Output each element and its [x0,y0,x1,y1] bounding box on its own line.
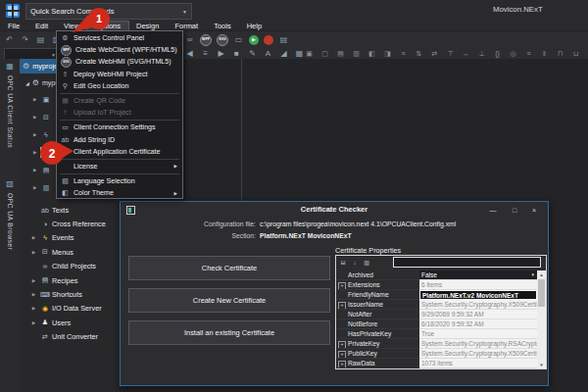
collapsed-arrow-icon[interactable]: ▶ [33,132,36,137]
expand-plus-icon[interactable]: + [338,361,346,368]
tree-item-shortcuts[interactable]: ▶⌨Shortcuts [20,287,120,301]
property-value[interactable]: 6/18/2020 9:59:32 AM [419,319,537,329]
property-value[interactable]: Platform.NExT.v2 MoviconNExT [419,290,537,300]
property-value[interactable]: System.Security.Cryptography.RSACryptoSe… [419,339,537,349]
undo-icon[interactable]: ↶ [4,34,15,45]
menu-item-edit-geo-location[interactable]: ⚲Edit Geo Location [57,80,182,92]
menubar-item-edit[interactable]: Edit [27,22,56,30]
shape-icon[interactable]: ◢ [278,48,289,59]
collapsed-arrow-icon[interactable]: ▶ [20,320,38,325]
table-icon[interactable]: ⊓ [555,48,565,59]
redo-icon[interactable]: ↷ [20,34,30,45]
menu-item-deploy-webhmi-project[interactable]: ⇧Deploy WebHMI Project [57,69,182,80]
collapsed-arrow-icon[interactable]: ▶ [20,250,38,255]
property-row-archived[interactable]: ArchivedFalse▼ [336,270,537,280]
property-row-hasprivatekey[interactable]: HasPrivateKeyTrue [336,329,537,339]
group-icon[interactable]: ▣ [304,48,315,59]
expanded-arrow-icon[interactable]: ◢ [25,80,29,86]
property-value[interactable]: 9/29/2069 9:59:32 AM [419,310,537,319]
columns-icon[interactable]: ‖ [539,48,550,59]
property-row-notafter[interactable]: NotAfter9/29/2069 9:59:32 AM [336,310,537,319]
collapsed-arrow-icon[interactable]: ▶ [20,306,38,311]
scrollbar[interactable]: ▲ ▼ [537,270,546,368]
tree-item-events[interactable]: ▶ϟEvents [20,231,120,245]
flip-vertical-icon[interactable]: ◨ [382,48,393,59]
client-window-icon[interactable]: ▭ [233,34,244,45]
link-icon[interactable]: ∞ [184,34,195,45]
align-left-icon[interactable]: ◀ [184,48,195,59]
maximize-button[interactable]: □ [507,204,522,216]
align-top-icon[interactable]: ⊤ [445,48,456,59]
target-icon[interactable]: ◎ [508,48,518,59]
align-center-icon[interactable]: ≡ [200,48,211,59]
expand-plus-icon[interactable]: + [338,282,346,290]
menubar-item-design[interactable]: Design [128,22,167,30]
collapsed-arrow-icon[interactable]: ▶ [33,115,36,120]
align-lefts-icon[interactable]: ≡ [398,48,409,59]
fill-icon[interactable]: ■ [231,48,242,59]
property-row-privatekey[interactable]: +PrivateKeySystem.Security.Cryptography.… [336,339,537,349]
collapsed-arrow-icon[interactable]: ▶ [20,292,38,297]
expand-plus-icon[interactable]: + [338,351,346,359]
collapsed-arrow-icon[interactable]: ▶ [33,168,36,172]
property-value[interactable]: 1073 items [419,359,537,368]
rows-icon[interactable]: ≡ [523,48,534,59]
collapsed-arrow-icon[interactable]: ▶ [20,278,38,283]
scroll-up-icon[interactable]: ▲ [539,270,543,278]
scrollbar-thumb[interactable] [538,279,545,307]
collapsed-arrow-icon[interactable]: ▶ [33,150,36,155]
menubar-item-tools[interactable]: Tools [206,22,239,30]
menubar-item-help[interactable]: Help [239,22,270,30]
flip-horizontal-icon[interactable]: ◧ [367,48,377,59]
side-tab-opc-ua-browser[interactable]: ▧OPC UA Browser [0,178,20,250]
property-value[interactable]: System.Security.Cryptography.X509Certifi… [419,349,537,359]
space-horizontal-icon[interactable]: ↔ [461,48,471,59]
install-existing-certificate-button[interactable]: Install an existing Certificate [128,320,330,345]
tree-item-menus[interactable]: ▶⊟Menus [20,245,120,259]
svg-badge-icon[interactable]: SVG [217,34,228,46]
distribute-vertical-icon[interactable]: ⇅ [414,48,424,59]
property-row-rawdata[interactable]: +RawData1073 items [336,359,537,368]
property-row-extensions[interactable]: +Extensions6 items [336,280,537,290]
menu-item-create-webhmi-svg-html5[interactable]: SVGCreate WebHMI (SVG/HTML5) [57,56,182,68]
stop-runtime-icon[interactable]: ● [264,35,273,45]
property-row-issuername[interactable]: +IssuerNameSystem.Security.Cryptography.… [336,300,537,310]
bring-front-icon[interactable]: ▤ [335,48,346,59]
expand-plus-icon[interactable]: + [338,341,346,349]
property-search-input[interactable] [393,257,541,268]
dialog-title-bar[interactable]: Certificate Checker — □ × [121,202,548,219]
tree-item-users[interactable]: ▶♟Users [20,316,120,329]
braces-icon[interactable]: {} [492,48,503,59]
align-bottom-icon[interactable]: ⊥ [476,48,487,59]
check-certificate-button[interactable]: Check Certificate [128,256,330,280]
menu-item-create-webclient-wpf-html5[interactable]: WPFCreate WebClient (WPF/HTML5) [57,44,182,56]
menubar-item-file[interactable]: File [0,22,27,30]
tree-item-i-o-data-server[interactable]: ▶◉I/O Data Server [20,302,120,316]
distribute-horizontal-icon[interactable]: ⇄ [429,48,440,59]
runtime-doc-icon[interactable]: ▤ [278,34,289,45]
save-project-icon[interactable]: ▤ [35,34,46,45]
sort-descending-icon[interactable]: ↓ [351,259,359,267]
tree-item-child-projects[interactable]: ∞Child Projects [20,260,120,273]
menu-item-color-theme[interactable]: ◧Color Theme▶ [57,187,182,199]
tree-item-texts[interactable]: abTexts [20,203,120,217]
chevron-down-icon[interactable]: ▼ [531,272,535,277]
categorized-view-icon[interactable]: ⊟ [339,259,347,267]
property-value[interactable]: System.Security.Cryptography.X509Certifi… [419,300,537,310]
property-row-notbefore[interactable]: NotBefore6/18/2020 9:59:32 AM [336,319,537,329]
close-button[interactable]: × [526,204,542,216]
minimize-button[interactable]: — [485,204,501,216]
start-runtime-icon[interactable]: ▶ [249,35,259,45]
property-value[interactable]: True [419,329,537,339]
property-pages-icon[interactable]: ▥ [363,259,370,267]
menu-item-language-selection[interactable]: ▧Language Selection [57,175,182,187]
property-row-publickey[interactable]: +PublicKeySystem.Security.Cryptography.X… [336,349,537,359]
table-add-icon[interactable]: ⊔ [570,48,581,59]
edit-pencil-icon[interactable]: ✎ [247,48,258,59]
scroll-down-icon[interactable]: ▼ [539,361,543,368]
ungroup-icon[interactable]: ▢ [319,48,330,59]
tree-item-cross-reference[interactable]: ◑Cross Reference [20,217,120,230]
property-row-friendlyname[interactable]: FriendlyNamePlatform.NExT.v2 MoviconNExT [336,290,537,300]
collapsed-arrow-icon[interactable]: ▶ [33,97,36,102]
tree-item-unit-converter[interactable]: ⇄Unit Converter [20,330,120,344]
